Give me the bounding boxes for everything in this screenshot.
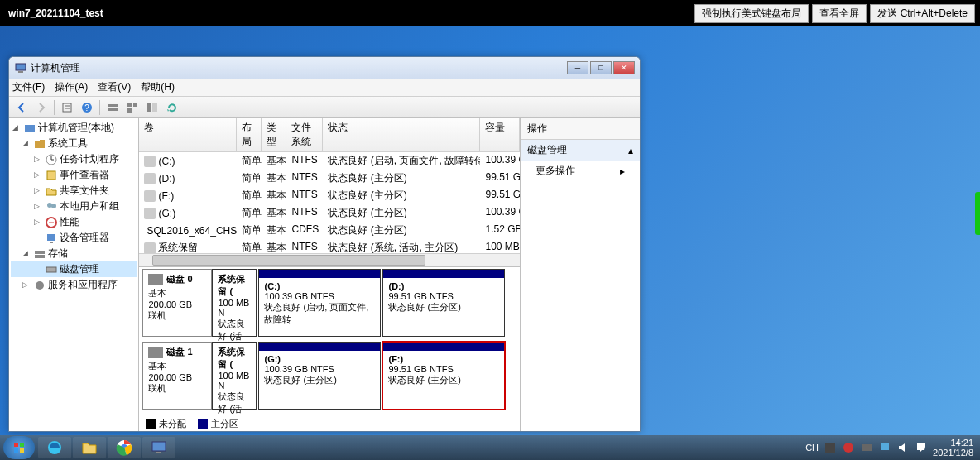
col-layout[interactable]: 布局 <box>237 118 262 151</box>
legend-label: 未分配 <box>159 419 186 429</box>
menu-file[interactable]: 文件(F) <box>12 80 45 94</box>
tree-local-users[interactable]: ▷本地用户和组 <box>11 199 137 214</box>
partition-block[interactable]: (G:)100.39 GB NTFS状态良好 (主分区) <box>258 342 381 410</box>
col-volume[interactable]: 卷 <box>139 118 237 151</box>
file-explorer-icon[interactable] <box>73 437 106 458</box>
volume-row[interactable]: SQL2016_x64_CHS (E:)简单基本CDFS状态良好 (主分区)1.… <box>139 222 520 239</box>
computer-management-taskbar-icon[interactable] <box>142 437 175 458</box>
volume-type: 基本 <box>262 223 286 238</box>
menu-help[interactable]: 帮助(H) <box>141 80 175 94</box>
tree-event-viewer[interactable]: ▷事件查看器 <box>11 167 137 183</box>
volume-name: SQL2016_x64_CHS (E:) <box>147 225 237 237</box>
refresh-button[interactable] <box>163 98 181 117</box>
tree-system-tools[interactable]: ◢系统工具 <box>11 136 137 151</box>
volume-capacity: 100.39 GB <box>480 153 520 169</box>
tree-services-apps[interactable]: ▷服务和应用程序 <box>11 277 137 293</box>
actions-more[interactable]: 更多操作▸ <box>521 161 640 181</box>
internet-explorer-icon[interactable] <box>38 437 71 458</box>
view-button-1[interactable] <box>103 98 122 117</box>
keyboard-layout-button[interactable]: 强制执行美式键盘布局 <box>694 4 809 23</box>
ime-indicator[interactable]: CH <box>805 443 819 453</box>
send-cad-button[interactable]: 发送 Ctrl+Alt+Delete <box>870 4 975 23</box>
tree-device-manager[interactable]: 设备管理器 <box>11 230 137 246</box>
volume-row[interactable]: (G:)简单基本NTFS状态良好 (主分区)100.39 GB <box>139 204 520 222</box>
partition-block[interactable]: (F:)99.51 GB NTFS状态良好 (主分区) <box>382 342 505 410</box>
forward-button[interactable] <box>32 98 50 117</box>
partition-info: 100 MB N <box>218 371 251 391</box>
svg-rect-2 <box>63 103 71 112</box>
partition-block[interactable]: 系统保留 (100 MB N状态良好 (活 <box>212 269 257 337</box>
actions-context[interactable]: 磁盘管理▴ <box>521 140 640 161</box>
disk-row[interactable]: 磁盘 0基本200.00 GB联机系统保留 (100 MB N状态良好 (活(C… <box>142 269 516 337</box>
close-button[interactable]: ✕ <box>613 61 635 74</box>
volume-name: (F:) <box>158 190 174 202</box>
view-button-2[interactable] <box>123 98 142 117</box>
system-tray[interactable]: CH 14:21 2021/12/8 <box>805 438 977 458</box>
col-status[interactable]: 状态 <box>323 118 480 151</box>
volume-capacity: 99.51 GB <box>480 188 520 204</box>
volume-rows[interactable]: (C:)简单基本NTFS状态良好 (启动, 页面文件, 故障转储, 主分区)10… <box>139 152 520 253</box>
volume-header[interactable]: 卷 布局 类型 文件系统 状态 容量 <box>139 118 520 152</box>
tree-label: 性能 <box>60 215 79 229</box>
tray-icon-generic[interactable] <box>824 441 837 454</box>
partition-block[interactable]: (D:)99.51 GB NTFS状态良好 (主分区) <box>382 269 505 337</box>
clock[interactable]: 14:21 2021/12/8 <box>933 438 977 458</box>
col-capacity[interactable]: 容量 <box>480 118 520 151</box>
volume-capacity: 1.52 GB <box>480 223 520 238</box>
minimize-button[interactable]: ─ <box>567 61 588 74</box>
view-button-3[interactable] <box>143 98 161 117</box>
tree-label: 本地用户和组 <box>60 199 119 213</box>
tree-shared-folders[interactable]: ▷共享文件夹 <box>11 183 137 199</box>
disk-label[interactable]: 磁盘 0基本200.00 GB联机 <box>142 269 212 337</box>
desktop-area[interactable]: 计算机管理 ─ □ ✕ 文件(F) 操作(A) 查看(V) 帮助(H) ? <box>0 26 980 435</box>
vm-top-bar: win7_20211104_test 强制执行美式键盘布局 查看全屏 发送 Ct… <box>0 0 980 26</box>
disk-row[interactable]: 磁盘 1基本200.00 GB联机系统保留 (100 MB N状态良好 (活(G… <box>142 342 516 410</box>
svg-rect-25 <box>47 234 55 241</box>
disk-label[interactable]: 磁盘 1基本200.00 GB联机 <box>142 342 212 410</box>
tree-task-scheduler[interactable]: ▷任务计划程序 <box>11 151 137 167</box>
help-toolbar-button[interactable]: ? <box>78 98 96 117</box>
side-tab-handle[interactable] <box>975 192 980 235</box>
tray-icon-generic[interactable] <box>860 441 873 454</box>
window-titlebar[interactable]: 计算机管理 ─ □ ✕ <box>9 57 640 79</box>
chrome-icon[interactable] <box>108 437 141 458</box>
partition-block[interactable]: (C:)100.39 GB NTFS状态良好 (启动, 页面文件, 故障转 <box>258 269 381 337</box>
back-button[interactable] <box>12 98 31 117</box>
volume-type: 基本 <box>262 240 286 253</box>
disk-graphical-panel[interactable]: 磁盘 0基本200.00 GB联机系统保留 (100 MB N状态良好 (活(C… <box>139 267 520 431</box>
fullscreen-button[interactable]: 查看全屏 <box>812 4 867 23</box>
tree-storage[interactable]: ◢存储 <box>11 246 137 261</box>
volume-row[interactable]: (C:)简单基本NTFS状态良好 (启动, 页面文件, 故障转储, 主分区)10… <box>139 152 520 170</box>
volume-status: 状态良好 (主分区) <box>323 188 480 204</box>
network-icon[interactable] <box>878 441 891 454</box>
taskbar[interactable]: CH 14:21 2021/12/8 <box>0 435 980 460</box>
menu-action[interactable]: 操作(A) <box>55 80 88 94</box>
col-filesystem[interactable]: 文件系统 <box>286 118 323 151</box>
partition-info: 100 MB N <box>218 298 251 318</box>
col-type[interactable]: 类型 <box>262 118 286 151</box>
chevron-right-icon: ▸ <box>620 165 625 177</box>
volume-layout: 简单 <box>237 153 262 169</box>
volume-type: 基本 <box>262 170 286 186</box>
horizontal-scrollbar[interactable] <box>139 253 520 266</box>
tray-icon-generic[interactable] <box>842 441 855 454</box>
properties-button[interactable] <box>58 98 76 117</box>
tree-disk-management[interactable]: 磁盘管理 <box>11 261 137 277</box>
volume-row[interactable]: (D:)简单基本NTFS状态良好 (主分区)99.51 GB <box>139 170 520 187</box>
start-button[interactable] <box>3 436 35 459</box>
tree-root[interactable]: ◢计算机管理(本地) <box>11 120 137 136</box>
svg-rect-7 <box>108 104 118 107</box>
svg-rect-10 <box>133 103 137 107</box>
volume-row[interactable]: (F:)简单基本NTFS状态良好 (主分区)99.51 GB <box>139 187 520 204</box>
maximize-button[interactable]: □ <box>590 61 612 74</box>
action-center-icon[interactable] <box>915 441 928 454</box>
volume-type: 基本 <box>262 205 286 221</box>
partition-name: (C:) <box>264 281 375 291</box>
menu-view[interactable]: 查看(V) <box>98 80 131 94</box>
partition-block[interactable]: 系统保留 (100 MB N状态良好 (活 <box>212 342 257 410</box>
volume-icon[interactable] <box>896 441 910 454</box>
scrollbar-thumb[interactable] <box>152 255 425 266</box>
volume-row[interactable]: 系统保留简单基本NTFS状态良好 (系统, 活动, 主分区)100 MB <box>139 239 520 253</box>
nav-tree[interactable]: ◢计算机管理(本地) ◢系统工具 ▷任务计划程序 ▷事件查看器 ▷共享文件夹 ▷… <box>9 118 139 431</box>
tree-performance[interactable]: ▷性能 <box>11 214 137 230</box>
